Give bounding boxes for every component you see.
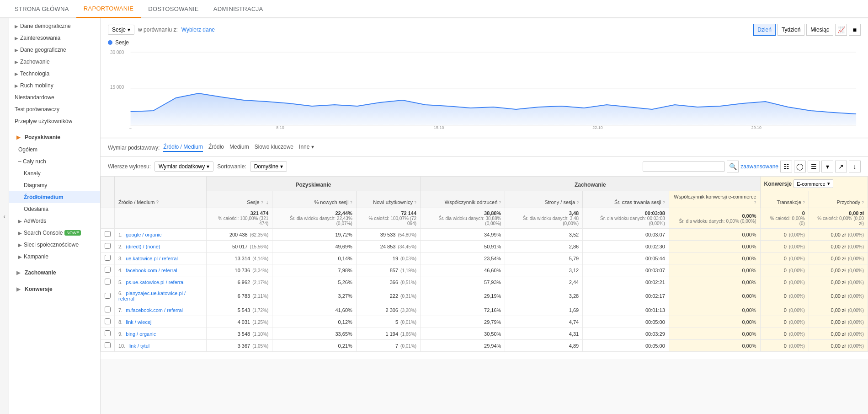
row-source[interactable]: ps.ue.katowice.pl / referral (126, 280, 184, 285)
sidebar-item-diagramy[interactable]: Diagramy (9, 179, 100, 191)
row-source[interactable]: planyzajec.ue.katowice.pl / referral (118, 290, 186, 301)
row-source[interactable]: m.facebook.com / referral (126, 307, 183, 313)
sidebar-item-adwords[interactable]: ▶ AdWords (9, 215, 100, 227)
row-source[interactable]: link / tytul (128, 343, 149, 349)
search-icon-btn[interactable]: 🔍 (727, 161, 739, 172)
share-icon[interactable]: ↗ (835, 161, 847, 172)
table-area: Wymiar podstawowy: Źródło / Medium Źródł… (101, 139, 868, 359)
dim-tab-medium[interactable]: Medium (229, 144, 249, 152)
sort-value: Domyślne (254, 163, 278, 170)
grid-view-icon[interactable]: ☷ (780, 161, 792, 172)
row-nowi-val: 857 (390, 268, 398, 273)
row-checkbox-cell[interactable] (101, 328, 115, 340)
row-checkbox[interactable] (105, 342, 111, 348)
chart-line-icon[interactable]: 📈 (835, 24, 847, 36)
th-sesje[interactable]: Sesje ? ↓ (206, 191, 272, 208)
list-view-icon[interactable]: ☰ (808, 161, 820, 172)
sidebar-item-sieci-spolecznosciowe[interactable]: ▶ Sieci społecznościowe (9, 239, 100, 251)
th-wspol-odrzucen[interactable]: Współczynnik odrzuceń ? (421, 191, 505, 208)
th-transakcje[interactable]: Transakcje ? (760, 191, 809, 208)
chart-bar-icon[interactable]: ■ (849, 24, 861, 36)
sidebar-item-search-console[interactable]: ▶ Search Console NOWE (9, 227, 100, 239)
row-source[interactable]: bing / organic (126, 331, 156, 337)
row-source[interactable]: (direct) / (none) (126, 244, 160, 249)
dim-tab-zrodlo-medium[interactable]: Źródło / Medium (163, 144, 203, 152)
row-pct-nowych: 33,65% (272, 328, 357, 340)
dim-tab-slowo-kluczowe[interactable]: Słowo kluczowe (255, 144, 293, 152)
sidebar-item-dane-geograficzne[interactable]: ▶ Dane geograficzne (9, 44, 100, 56)
download-icon[interactable]: ↓ (849, 161, 861, 172)
legend-dot (108, 40, 112, 45)
nav-raportowanie[interactable]: RAPORTOWANIE (76, 0, 141, 18)
sidebar-toggle[interactable]: ‹ (0, 18, 9, 414)
nav-strona-glowna[interactable]: STRONA GŁÓWNA (7, 0, 76, 18)
dim-tab-zrodlo[interactable]: Źródło (208, 144, 224, 152)
sidebar-item-ogolne[interactable]: Ogółem (9, 144, 100, 156)
row-checkbox-cell[interactable] (101, 316, 115, 328)
nav-administracja[interactable]: ADMINISTRACJA (206, 0, 271, 18)
row-checkbox[interactable] (105, 318, 111, 324)
row-checkbox[interactable] (105, 306, 111, 312)
row-checkbox-cell[interactable] (101, 229, 115, 241)
sidebar-item-kanaly[interactable]: Kanały (9, 167, 100, 179)
row-checkbox[interactable] (105, 231, 111, 237)
row-source[interactable]: facebook.com / referral (126, 268, 177, 273)
pie-view-icon[interactable]: ◯ (794, 161, 806, 172)
row-checkbox-cell[interactable] (101, 340, 115, 352)
th-przychody[interactable]: Przychody ? (809, 191, 868, 208)
compare-link[interactable]: Wybierz dane (181, 27, 215, 33)
row-checkbox-cell[interactable] (101, 304, 115, 316)
row-checkbox-cell[interactable] (101, 264, 115, 276)
th-source-medium[interactable]: Źródło / Medium ? (115, 177, 207, 208)
sidebar-item-zainteresowania[interactable]: ▶ Zainteresowania (9, 32, 100, 44)
row-checkbox[interactable] (105, 243, 111, 249)
row-checkbox-cell[interactable] (101, 241, 115, 253)
row-checkbox[interactable] (105, 255, 111, 261)
period-month-button[interactable]: Miesiąc (806, 24, 833, 36)
row-checkbox-cell[interactable] (101, 253, 115, 264)
sidebar-item-pozyskiwanie[interactable]: ▶ Pozyskiwanie (9, 131, 100, 144)
sidebar-item-zachowanie-section[interactable]: ▶ Zachowanie (9, 266, 100, 279)
row-checkbox[interactable] (105, 330, 111, 336)
total-konw-sub: Śr. dla widoku danych: 0,00% (0,00%) (673, 219, 756, 224)
row-source[interactable]: ue.katowice.pl / referral (126, 256, 178, 261)
row-source[interactable]: link / wiecej (126, 319, 151, 325)
th-strony-sesja[interactable]: Strony / sesja ? (505, 191, 583, 208)
row-checkbox[interactable] (105, 279, 111, 285)
row-checkbox[interactable] (105, 293, 111, 299)
dim-tab-inne[interactable]: Inne ▾ (299, 144, 314, 152)
sidebar-item-technologia[interactable]: ▶ Technologia (9, 68, 100, 80)
period-week-button[interactable]: Tydzień (777, 24, 804, 36)
nav-dostosowanie[interactable]: DOSTOSOWANIE (141, 0, 206, 18)
sidebar-item-zrodlo-medium[interactable]: Źródło/medium (9, 191, 100, 203)
sidebar-item-niestandardowe[interactable]: Niestandardowe (9, 91, 100, 103)
sidebar-item-kampanie[interactable]: ▶ Kampanie (9, 251, 100, 263)
th-nowi-uzytkownicy[interactable]: Nowi użytkownicy ? (356, 191, 420, 208)
metric-dropdown[interactable]: Sesje ▾ (108, 25, 134, 35)
sidebar-item-zachowanie[interactable]: ▶ Zachowanie (9, 56, 100, 68)
additional-dim-dropdown[interactable]: Wymiar dodatkowy ▾ (154, 161, 213, 172)
table-search-input[interactable] (643, 161, 725, 172)
sidebar-item-test-porownawczy[interactable]: Test porównawczy (9, 103, 100, 115)
ecommerce-dropdown-btn[interactable]: E-commerce ▾ (793, 179, 833, 188)
row-checkbox-cell[interactable] (101, 276, 115, 288)
sidebar-item-ruch-mobilny[interactable]: ▶ Ruch mobilny (9, 80, 100, 91)
row-pct-nowych: 19,72% (272, 229, 357, 241)
filter-icon[interactable]: ▾ (821, 161, 833, 172)
row-checkbox-cell[interactable] (101, 288, 115, 304)
advanced-search-link[interactable]: zaawansowane (740, 163, 778, 170)
row-num: 4. (118, 268, 122, 273)
sidebar-item-caly-ruch[interactable]: – Cały ruch (9, 156, 100, 167)
row-transakcje: 0 (0,00%) (760, 264, 809, 276)
sidebar-item-przeplyw-uzytkownikow[interactable]: Przepływ użytkowników (9, 115, 100, 127)
th-wspol-konwersji[interactable]: Współczynnik konwersji e-commerce ? (669, 191, 760, 208)
row-source[interactable]: google / organic (126, 232, 161, 237)
row-checkbox[interactable] (105, 267, 111, 273)
period-day-button[interactable]: Dzień (753, 24, 776, 36)
sidebar-item-dane-demograficzne[interactable]: ▶ Dane demograficzne (9, 20, 100, 32)
sidebar-item-konwersje-section[interactable]: ▶ Konwersje (9, 283, 100, 296)
sidebar-item-odesłania[interactable]: Odesłania (9, 203, 100, 215)
th-sr-czas[interactable]: Śr. czas trwania sesji ? (583, 191, 669, 208)
th-pct-nowych[interactable]: % nowych sesji ? (272, 191, 357, 208)
sort-dropdown[interactable]: Domyślne ▾ (250, 161, 287, 172)
